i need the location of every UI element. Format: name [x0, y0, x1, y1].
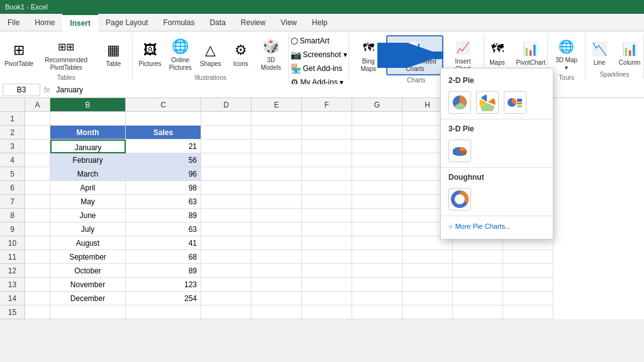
shapes-button[interactable]: △ Shapes	[197, 39, 225, 69]
cell-h13[interactable]	[402, 278, 453, 292]
table-button[interactable]: ▦ Table	[99, 39, 127, 69]
cell-i13[interactable]	[453, 278, 503, 292]
tab-view[interactable]: View	[273, 14, 304, 31]
cell-f14[interactable]	[302, 292, 352, 305]
cell-g11[interactable]	[352, 250, 402, 264]
cell-a11[interactable]	[25, 250, 50, 264]
cell-f4[interactable]	[302, 153, 352, 167]
cell-e6[interactable]	[252, 181, 302, 195]
cell-f1[interactable]	[302, 112, 352, 126]
cell-b9[interactable]: July	[50, 222, 126, 236]
cell-d3[interactable]	[201, 140, 252, 153]
icons-button[interactable]: ⚙ Icons	[227, 39, 255, 69]
cell-b7[interactable]: May	[50, 195, 126, 209]
smartart-button[interactable]: ⬡ SmartArt	[289, 35, 331, 47]
cell-a14[interactable]	[25, 292, 50, 305]
cell-f6[interactable]	[302, 181, 352, 195]
cell-g1[interactable]	[352, 112, 402, 126]
cell-a10[interactable]	[25, 236, 50, 250]
tab-home[interactable]: Home	[27, 14, 62, 31]
cell-e11[interactable]	[252, 250, 302, 264]
cell-b2[interactable]: Month	[50, 126, 126, 140]
cell-g13[interactable]	[352, 278, 402, 292]
cell-c3[interactable]: 21	[126, 140, 201, 153]
cell-g12[interactable]	[352, 264, 402, 278]
cell-d10[interactable]	[201, 236, 252, 250]
screenshot-button[interactable]: 📷 Screenshot ▾	[289, 49, 349, 60]
pivottable-button[interactable]: ⊞ PivotTable	[5, 39, 33, 69]
cell-c5[interactable]: 96	[126, 167, 201, 181]
cell-d8[interactable]	[201, 209, 252, 222]
tab-help[interactable]: Help	[304, 14, 335, 31]
cell-c14[interactable]: 254	[126, 292, 201, 305]
cell-d1[interactable]	[201, 112, 252, 126]
cell-e2[interactable]	[252, 126, 302, 140]
tab-formulas[interactable]: Formulas	[155, 14, 202, 31]
cell-f3[interactable]	[302, 140, 352, 153]
tab-page-layout[interactable]: Page Layout	[98, 14, 155, 31]
cell-d13[interactable]	[201, 278, 252, 292]
cell-c1[interactable]	[126, 112, 201, 126]
cell-g7[interactable]	[352, 195, 402, 209]
cell-d2[interactable]	[201, 126, 252, 140]
cell-i15[interactable]	[453, 305, 503, 319]
cell-j15[interactable]	[503, 305, 553, 319]
cell-e12[interactable]	[252, 264, 302, 278]
cell-b1[interactable]	[50, 112, 126, 126]
cell-a8[interactable]	[25, 209, 50, 222]
cell-i12[interactable]	[453, 264, 503, 278]
cell-h11[interactable]	[402, 250, 453, 264]
cell-f8[interactable]	[302, 209, 352, 222]
3d-models-button[interactable]: 🎲 3D Models	[257, 35, 285, 73]
cell-i11[interactable]	[453, 250, 503, 264]
cell-a9[interactable]	[25, 222, 50, 236]
col-header-f[interactable]: F	[302, 98, 352, 112]
cell-d9[interactable]	[201, 222, 252, 236]
cell-a7[interactable]	[25, 195, 50, 209]
pie-chart-bar-of-pie-icon[interactable]	[504, 91, 526, 114]
cell-g3[interactable]	[352, 140, 402, 153]
cell-e15[interactable]	[252, 305, 302, 319]
cell-e13[interactable]	[252, 278, 302, 292]
cell-b11[interactable]: September	[50, 250, 126, 264]
cell-b14[interactable]: December	[50, 292, 126, 305]
cell-f7[interactable]	[302, 195, 352, 209]
cell-g2[interactable]	[352, 126, 402, 140]
cell-d4[interactable]	[201, 153, 252, 167]
cell-e14[interactable]	[252, 292, 302, 305]
recommended-pivottables-button[interactable]: ⊞⊞ Recommended PivotTables	[35, 35, 97, 73]
col-header-a[interactable]: A	[25, 98, 50, 112]
doughnut-chart-icon[interactable]	[448, 188, 471, 211]
get-addins-button[interactable]: 🏪 Get Add-ins	[289, 63, 345, 74]
line-sparkline-button[interactable]: 📉 Line	[586, 38, 613, 68]
cell-a5[interactable]	[25, 167, 50, 181]
cell-e4[interactable]	[252, 153, 302, 167]
cell-f5[interactable]	[302, 167, 352, 181]
cell-c13[interactable]: 123	[126, 278, 201, 292]
cell-e5[interactable]	[252, 167, 302, 181]
cell-h12[interactable]	[402, 264, 453, 278]
cell-g5[interactable]	[352, 167, 402, 181]
cell-f10[interactable]	[302, 236, 352, 250]
cell-a2[interactable]	[25, 126, 50, 140]
cell-f13[interactable]	[302, 278, 352, 292]
cell-c8[interactable]: 89	[126, 209, 201, 222]
cell-a6[interactable]	[25, 181, 50, 195]
cell-b13[interactable]: November	[50, 278, 126, 292]
tab-data[interactable]: Data	[202, 14, 233, 31]
cell-j13[interactable]	[503, 278, 553, 292]
col-header-e[interactable]: E	[252, 98, 302, 112]
maps-button[interactable]: 🗺 Maps	[484, 38, 511, 68]
cell-j14[interactable]	[503, 292, 553, 305]
cell-b3[interactable]: January	[50, 140, 126, 153]
pie-chart-exploded-icon[interactable]	[476, 91, 499, 114]
cell-a3[interactable]	[25, 140, 50, 153]
cell-d14[interactable]	[201, 292, 252, 305]
cell-e3[interactable]	[252, 140, 302, 153]
cell-c4[interactable]: 56	[126, 153, 201, 167]
column-sparkline-button[interactable]: 📊 Column	[616, 38, 643, 68]
cell-a12[interactable]	[25, 264, 50, 278]
cell-b4[interactable]: February	[50, 153, 126, 167]
col-header-b[interactable]: B	[50, 98, 126, 112]
cell-e8[interactable]	[252, 209, 302, 222]
